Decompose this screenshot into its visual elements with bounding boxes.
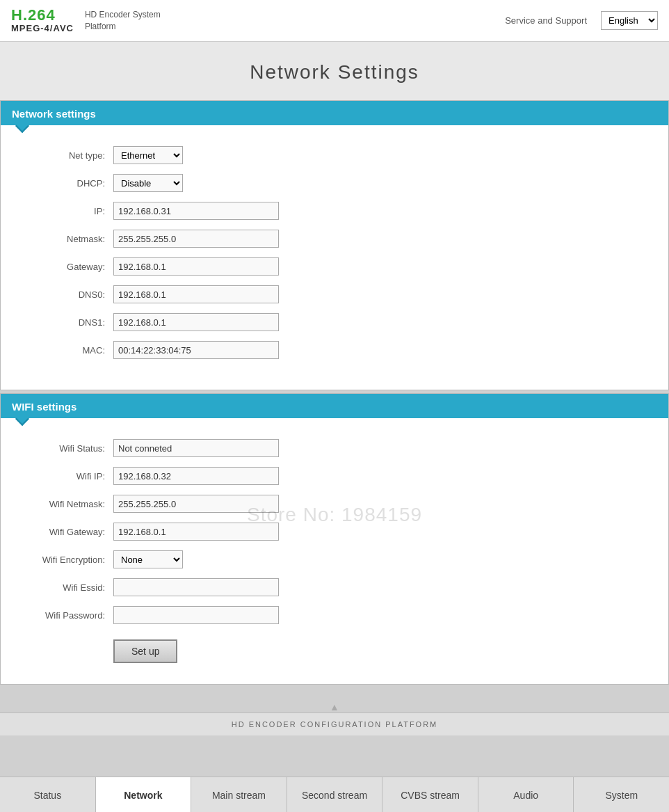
wifi-encryption-row: Wifi Encryption: None WEP WPA WPA2: [15, 550, 654, 568]
wifi-password-row: Wifi Password:: [15, 606, 654, 624]
logo-h264: H.264: [11, 7, 74, 24]
ip-input[interactable]: [113, 202, 279, 220]
header: H.264 MPEG-4/AVC HD Encoder System Platf…: [0, 0, 669, 42]
language-select[interactable]: English Chinese: [601, 11, 658, 30]
wifi-ip-label: Wifi IP:: [15, 471, 105, 481]
dns1-label: DNS1:: [15, 317, 105, 328]
logo-mpeg: MPEG-4/AVC: [11, 24, 74, 33]
mac-label: MAC:: [15, 345, 105, 356]
network-settings-section: Network settings Net type: Ethernet WiFi…: [0, 100, 669, 390]
wifi-status-label: Wifi Status:: [15, 443, 105, 454]
logo-desc-line1: HD Encoder System: [85, 9, 161, 21]
page-title: Network Settings: [0, 42, 669, 100]
service-support-text: Service and Support: [505, 15, 587, 26]
ip-row: IP:: [15, 202, 654, 220]
footer-tabs: Status Network Main stream Second stream…: [0, 777, 669, 812]
wifi-password-label: Wifi Password:: [15, 610, 105, 621]
net-type-label: Net type:: [15, 150, 105, 161]
dns0-label: DNS0:: [15, 289, 105, 300]
dhcp-row: DHCP: Disable Enable: [15, 174, 654, 192]
gateway-label: Gateway:: [15, 262, 105, 272]
wifi-password-input[interactable]: [113, 606, 279, 624]
ip-label: IP:: [15, 206, 105, 216]
wifi-ip-input[interactable]: [113, 467, 279, 485]
logo-desc-line2: Platform: [85, 21, 161, 33]
dhcp-select[interactable]: Disable Enable: [113, 174, 183, 192]
wifi-status-row: Wifi Status:: [15, 439, 654, 457]
tab-main-stream-label: Main stream: [212, 790, 266, 801]
setup-button[interactable]: Set up: [113, 639, 177, 663]
net-type-row: Net type: Ethernet WiFi: [15, 146, 654, 164]
wifi-netmask-row: Wifi Netmask:: [15, 495, 654, 513]
inner-sections: Network settings Net type: Ethernet WiFi…: [0, 100, 669, 699]
tab-system-label: System: [605, 790, 638, 801]
main-content: Store No: 1984159 Network settings Net t…: [0, 100, 669, 713]
gateway-input[interactable]: [113, 257, 279, 276]
wifi-settings-section: WIFI settings Wifi Status: Wifi IP: Wifi…: [0, 393, 669, 685]
wifi-netmask-input[interactable]: [113, 495, 279, 513]
net-type-select[interactable]: Ethernet WiFi: [113, 146, 183, 164]
netmask-label: Netmask:: [15, 234, 105, 244]
tab-network[interactable]: Network: [96, 777, 192, 812]
logo-block: H.264 MPEG-4/AVC: [11, 7, 74, 33]
network-settings-body: Net type: Ethernet WiFi DHCP: Disable En…: [1, 125, 668, 390]
tab-cvbs-stream-label: CVBS stream: [401, 790, 460, 801]
wifi-netmask-label: Wifi Netmask:: [15, 499, 105, 509]
dns0-row: DNS0:: [15, 285, 654, 303]
wifi-gateway-label: Wifi Gateway:: [15, 527, 105, 537]
wifi-settings-body: Wifi Status: Wifi IP: Wifi Netmask: Wifi…: [1, 418, 668, 684]
tab-audio[interactable]: Audio: [478, 777, 574, 812]
logo-desc: HD Encoder System Platform: [85, 9, 161, 33]
footer-bottom: HD ENCODER CONFIGURATION PLATFORM: [0, 713, 669, 735]
tab-cvbs-stream[interactable]: CVBS stream: [382, 777, 478, 812]
wifi-essid-row: Wifi Essid:: [15, 578, 654, 596]
tab-system[interactable]: System: [574, 777, 669, 812]
mac-row: MAC:: [15, 341, 654, 359]
wifi-gateway-row: Wifi Gateway:: [15, 523, 654, 541]
network-settings-header: Network settings: [1, 101, 668, 125]
wifi-status-input[interactable]: [113, 439, 279, 457]
wifi-encryption-label: Wifi Encryption:: [15, 555, 105, 565]
netmask-input[interactable]: [113, 230, 279, 248]
tab-arrow: [0, 699, 669, 713]
gateway-row: Gateway:: [15, 257, 654, 276]
dns0-input[interactable]: [113, 285, 279, 303]
tab-second-stream[interactable]: Second stream: [287, 777, 383, 812]
wifi-settings-title: WIFI settings: [12, 401, 76, 413]
tab-main-stream[interactable]: Main stream: [191, 777, 287, 812]
tab-status-label: Status: [33, 790, 61, 801]
network-settings-title: Network settings: [12, 108, 96, 120]
header-right: Service and Support English Chinese: [505, 11, 658, 30]
wifi-essid-input[interactable]: [113, 578, 279, 596]
dns1-input[interactable]: [113, 313, 279, 331]
dns1-row: DNS1:: [15, 313, 654, 331]
tab-audio-label: Audio: [513, 790, 538, 801]
wifi-ip-row: Wifi IP:: [15, 467, 654, 485]
dhcp-label: DHCP:: [15, 178, 105, 189]
netmask-row: Netmask:: [15, 230, 654, 248]
tab-network-label: Network: [124, 790, 162, 801]
mac-input[interactable]: [113, 341, 279, 359]
wifi-encryption-select[interactable]: None WEP WPA WPA2: [113, 550, 183, 568]
wifi-gateway-input[interactable]: [113, 523, 279, 541]
wifi-settings-header: WIFI settings: [1, 394, 668, 418]
tab-second-stream-label: Second stream: [302, 790, 367, 801]
tab-status[interactable]: Status: [0, 777, 96, 812]
wifi-essid-label: Wifi Essid:: [15, 582, 105, 593]
setup-row: Set up: [15, 634, 654, 663]
